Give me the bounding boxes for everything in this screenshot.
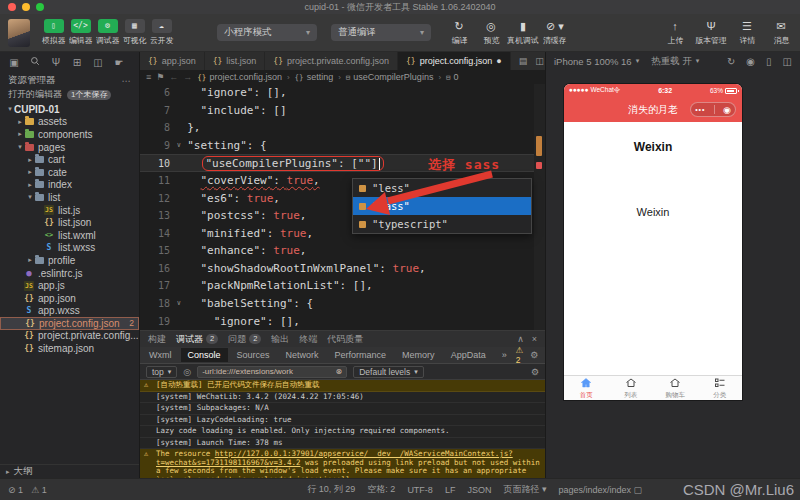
devtools-tab-Network[interactable]: Network bbox=[279, 348, 326, 362]
tab-project.config.json[interactable]: {}project.config.json● bbox=[398, 52, 511, 70]
statusbar-item[interactable]: LF bbox=[445, 485, 456, 495]
code-line-6[interactable]: 6 "ignore": [], bbox=[140, 84, 545, 102]
tree-item-app.json[interactable]: {}app.json bbox=[0, 292, 139, 305]
details-button[interactable]: ☰详情 bbox=[732, 19, 762, 47]
phone-tab-分类[interactable]: 分类 bbox=[698, 376, 743, 400]
console-log-row[interactable]: Lazy code loading is enabled. Only injec… bbox=[140, 426, 545, 438]
console-log-row[interactable]: [system] WeChatLib: 3.4.2 (2024.4.22 17:… bbox=[140, 392, 545, 404]
open-editors-row[interactable]: 打开的编辑器 1个未保存 bbox=[0, 88, 139, 101]
close-miniprogram-icon[interactable]: ◉ bbox=[723, 105, 731, 115]
code-line-18[interactable]: 18∨ "babelSetting": { bbox=[140, 295, 545, 313]
debugger-button[interactable]: ⚙调试器 bbox=[94, 19, 121, 47]
simulator-button[interactable]: ▯模拟器 bbox=[40, 19, 67, 47]
code-editor[interactable]: 6 "ignore": [],7 "include": []8 },9∨ "se… bbox=[140, 84, 545, 330]
console-warn-row[interactable]: ⚠[自动热重载] 已开启代码文件保存后自动热重载 bbox=[140, 380, 545, 392]
tree-item-project.private.config...[interactable]: {}project.private.config... bbox=[0, 330, 139, 343]
upload-button[interactable]: ↑上传 bbox=[660, 19, 690, 47]
mode-dropdown[interactable]: 小程序模式 ▾ bbox=[217, 24, 317, 41]
tab-project.private.config.json[interactable]: {}project.private.config.json bbox=[265, 52, 398, 70]
close-panel-icon[interactable]: × bbox=[532, 334, 537, 344]
cloud-button[interactable]: ☁云开发 bbox=[148, 19, 175, 47]
log-levels-dropdown[interactable]: Default levels ▾ bbox=[353, 366, 424, 378]
preview-layout-icon[interactable]: ▤ bbox=[519, 56, 528, 66]
device-dropdown[interactable]: iPhone 5 100% 16 ▾ bbox=[554, 56, 639, 67]
devtools-tab-Console[interactable]: Console bbox=[181, 348, 228, 362]
minimap-scrollbar[interactable] bbox=[534, 84, 545, 330]
record-icon[interactable]: ◉ bbox=[746, 56, 755, 67]
context-dropdown[interactable]: top ▾ bbox=[146, 366, 177, 378]
page-path-value[interactable]: pages/index/index ▢ bbox=[558, 485, 642, 495]
compile-mode-dropdown[interactable]: 普通编译 ▾ bbox=[331, 24, 431, 41]
tree-item-components[interactable]: ▸components bbox=[0, 128, 139, 141]
tree-item-pages[interactable]: ▾pages bbox=[0, 141, 139, 154]
panel-tab-终端[interactable]: 终端 bbox=[299, 333, 317, 346]
hot-reload-dropdown[interactable]: 热重载 开 ▾ bbox=[651, 55, 699, 68]
console-log-row[interactable]: [system] Subpackages: N/A bbox=[140, 403, 545, 415]
statusbar-item[interactable]: JSON bbox=[467, 485, 491, 495]
compile-button[interactable]: ↻编译 bbox=[443, 19, 475, 47]
split-editor-icon[interactable]: ◫ bbox=[535, 56, 544, 66]
tree-item-.eslintrc.js[interactable]: ●.eslintrc.js bbox=[0, 267, 139, 280]
tree-item-cart[interactable]: ▸cart bbox=[0, 153, 139, 166]
console-settings-icon[interactable]: ⚙ bbox=[531, 367, 539, 377]
more-actions-icon[interactable]: ⋯ bbox=[122, 75, 132, 86]
statusbar-item[interactable]: 行 10, 列 29 bbox=[307, 483, 355, 496]
code-line-15[interactable]: 15 "enhance": true, bbox=[140, 242, 545, 260]
more-menu-icon[interactable]: ••• bbox=[695, 106, 705, 113]
fold-icon[interactable]: ∨ bbox=[177, 141, 181, 149]
eye-icon[interactable]: ◎ bbox=[183, 367, 191, 377]
panel-tab-代码质量[interactable]: 代码质量 bbox=[327, 333, 363, 346]
phone-tab-列表[interactable]: 列表 bbox=[609, 376, 654, 400]
devtools-settings-icon[interactable]: ⚙ bbox=[530, 350, 538, 360]
code-line-8[interactable]: 8 }, bbox=[140, 119, 545, 137]
breadcrumb-item-0[interactable]: ⊟0 bbox=[446, 72, 459, 82]
tree-item-app.js[interactable]: JSapp.js bbox=[0, 279, 139, 292]
source-control-icon[interactable]: Ψ bbox=[50, 57, 62, 68]
version-control-button[interactable]: Ψ版本管理 bbox=[694, 19, 728, 47]
devtools-tab-»[interactable]: » bbox=[495, 348, 514, 362]
clear-filter-icon[interactable]: ⊗ bbox=[336, 367, 343, 376]
device-frame-icon[interactable]: ▯ bbox=[766, 56, 772, 67]
tree-item-profile[interactable]: ▸profile bbox=[0, 254, 139, 267]
outline-section[interactable]: ▸ 大纲 bbox=[0, 464, 139, 478]
tab-app.json[interactable]: {}app.json bbox=[140, 52, 205, 70]
devtools-tab-AppData[interactable]: AppData bbox=[444, 348, 493, 362]
code-line-19[interactable]: 19 "ignore": [], bbox=[140, 312, 545, 330]
dropdown-item-less[interactable]: "less" bbox=[353, 179, 531, 197]
forward-icon[interactable]: → bbox=[183, 72, 192, 82]
tree-item-sitemap.json[interactable]: {}sitemap.json bbox=[0, 342, 139, 355]
tab-list.json[interactable]: {}list.json bbox=[205, 52, 266, 70]
clear-cache-button[interactable]: ⊘ ▾清缓存 bbox=[539, 19, 571, 47]
code-line-7[interactable]: 7 "include": [] bbox=[140, 102, 545, 120]
tree-item-list.wxml[interactable]: <>list.wxml bbox=[0, 229, 139, 242]
statusbar-item[interactable]: UTF-8 bbox=[407, 485, 433, 495]
statusbar-item[interactable]: 空格: 2 bbox=[367, 483, 395, 496]
tree-item-list.json[interactable]: {}list.json bbox=[0, 216, 139, 229]
panel-tab-输出[interactable]: 输出 bbox=[271, 333, 289, 346]
breadcrumb-item-project.config.json[interactable]: {}project.config.json bbox=[197, 72, 282, 82]
console-log-row[interactable]: [system] LazyCodeLoading: true bbox=[140, 415, 545, 427]
extensions-icon[interactable]: ⊞ bbox=[71, 57, 83, 68]
device-debug-button[interactable]: ▮真机调试 bbox=[507, 19, 539, 47]
problems-summary[interactable]: ⊘ 1 ⚠ 1 bbox=[8, 485, 47, 495]
restart-icon[interactable]: ↻ bbox=[727, 56, 735, 67]
back-icon[interactable]: ← bbox=[169, 72, 178, 82]
warning-count[interactable]: ⚠ 2 bbox=[516, 345, 524, 365]
tree-item-cate[interactable]: ▸cate bbox=[0, 166, 139, 179]
search-icon[interactable] bbox=[29, 56, 41, 68]
explorer-panel-header[interactable]: 资源管理器 ⋯ bbox=[0, 72, 139, 88]
files-icon[interactable]: ▣ bbox=[8, 57, 20, 68]
message-button[interactable]: ✉消息 bbox=[766, 19, 796, 47]
float-window-icon[interactable]: ◫ bbox=[783, 56, 792, 67]
code-line-16[interactable]: 16 "showShadowRootInWxmlPanel": true, bbox=[140, 260, 545, 278]
fold-icon[interactable]: ∨ bbox=[177, 299, 181, 307]
code-line-17[interactable]: 17 "packNpmRelationList": [], bbox=[140, 277, 545, 295]
tree-item-index[interactable]: ▸index bbox=[0, 179, 139, 192]
phone-tab-首页[interactable]: 首页 bbox=[564, 376, 609, 400]
devtools-tab-Performance[interactable]: Performance bbox=[328, 348, 394, 362]
tree-item-assets[interactable]: ▸assets bbox=[0, 116, 139, 129]
breadcrumb-item-useCompilerPlugins[interactable]: ⊟useCompilerPlugins bbox=[346, 72, 434, 82]
panel-tab-构建[interactable]: 构建 bbox=[148, 333, 166, 346]
editor-button[interactable]: </>编辑器 bbox=[67, 19, 94, 47]
tree-item-CUPID-01[interactable]: ▾CUPID-01 bbox=[0, 103, 139, 116]
